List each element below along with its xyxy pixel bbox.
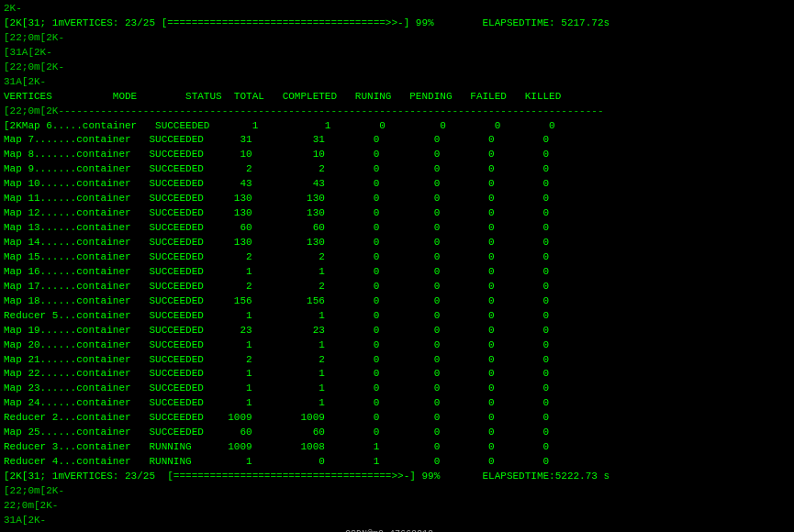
row-reducer2: Reducer 2...container SUCCEEDED 1009 100…	[4, 411, 790, 426]
row-map6: [2KMap 6.....container SUCCEEDED 1 1 0 0…	[4, 119, 790, 134]
row-map11: Map 11......container SUCCEEDED 130 130 …	[4, 192, 790, 206]
table-header: VERTICES MODE STATUS TOTAL COMPLETED RUN…	[4, 90, 790, 105]
row-map23: Map 23......container SUCCEEDED 1 1 0 0 …	[4, 382, 790, 396]
row-map8: Map 8.......container SUCCEEDED 10 10 0 …	[4, 148, 790, 162]
row-map10: Map 10......container SUCCEEDED 43 43 0 …	[4, 177, 790, 192]
line-bot4: 31A[2K-	[4, 514, 790, 528]
row-map15: Map 15......container SUCCEEDED 2 2 0 0 …	[4, 250, 790, 265]
row-map12: Map 12......container SUCCEEDED 130 130 …	[4, 206, 790, 221]
row-map19: Map 19......container SUCCEEDED 23 23 0 …	[4, 324, 790, 338]
row-map16: Map 16......container SUCCEEDED 1 1 0 0 …	[4, 265, 790, 280]
row-map13: Map 13......container SUCCEEDED 60 60 0 …	[4, 221, 790, 236]
row-map20: Map 20......container SUCCEEDED 1 1 0 0 …	[4, 338, 790, 353]
row-map14: Map 14......container SUCCEEDED 130 130 …	[4, 236, 790, 250]
line-bot1: [2K[31; 1mVERTICES: 23/25 [=============…	[4, 470, 790, 484]
row-map22: Map 22......container SUCCEEDED 1 1 0 0 …	[4, 367, 790, 382]
row-reducer5: Reducer 5...container SUCCEEDED 1 1 0 0 …	[4, 309, 790, 324]
row-map18: Map 18......container SUCCEEDED 156 156 …	[4, 294, 790, 309]
line-bot2: [22;0m[2K-	[4, 484, 790, 499]
row-map25: Map 25......container SUCCEEDED 60 60 0 …	[4, 426, 790, 440]
line-bot3: 22;0m[2K-	[4, 499, 790, 514]
row-reducer3: Reducer 3...container RUNNING 1009 1008 …	[4, 440, 790, 455]
line-3: [22;0m[2K-	[4, 31, 790, 46]
terminal-window: 2K- [2K[31; 1mVERTICES: 23/25 [=========…	[0, 0, 794, 532]
row-map7: Map 7.......container SUCCEEDED 31 31 0 …	[4, 133, 790, 148]
line-2: [2K[31; 1mVERTICES: 23/25 [=============…	[4, 17, 790, 31]
separator: [22;0m[2K-------------------------------…	[4, 105, 790, 119]
row-map24: Map 24......container SUCCEEDED 1 1 0 0 …	[4, 396, 790, 411]
watermark: CSDN@m0_47668312	[4, 528, 790, 532]
line-4: [31A[2K-	[4, 46, 790, 61]
line-1: 2K-	[4, 2, 790, 17]
row-map17: Map 17......container SUCCEEDED 2 2 0 0 …	[4, 280, 790, 294]
row-map21: Map 21......container SUCCEEDED 2 2 0 0 …	[4, 353, 790, 368]
line-6: 31A[2K-	[4, 75, 790, 90]
line-5: [22;0m[2K-	[4, 61, 790, 75]
row-reducer4: Reducer 4...container RUNNING 1 0 1 0 0 …	[4, 455, 790, 470]
row-map9: Map 9.......container SUCCEEDED 2 2 0 0 …	[4, 162, 790, 177]
